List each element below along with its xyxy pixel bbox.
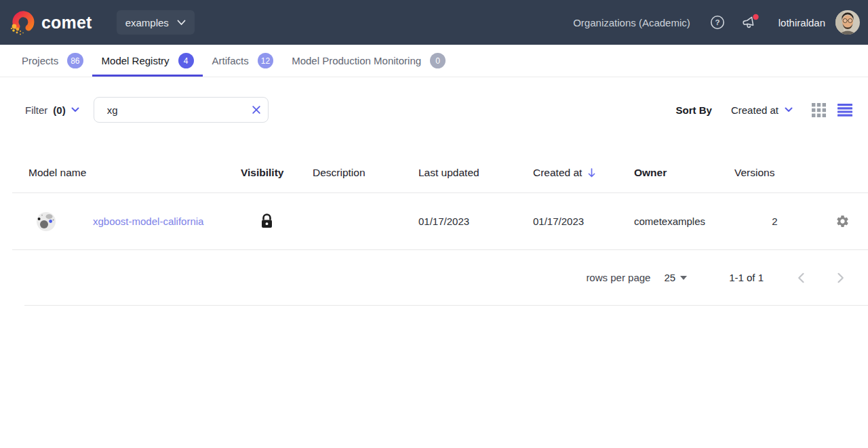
tab-count-badge: 0 bbox=[430, 53, 446, 68]
workspace-selector[interactable]: examples bbox=[117, 10, 195, 35]
model-name-cell: xgboost-model-california bbox=[12, 211, 241, 232]
sort-controls: Sort By Created at bbox=[676, 103, 852, 117]
models-table: Model name Visibility Description Last u… bbox=[12, 152, 868, 306]
filter-dropdown[interactable]: Filter (0) bbox=[25, 104, 79, 116]
workspace-name: examples bbox=[125, 17, 169, 28]
tab-model-registry[interactable]: Model Registry 4 bbox=[102, 45, 194, 77]
sort-field-value: Created at bbox=[731, 104, 778, 116]
rows-per-page-select[interactable]: 25 bbox=[664, 272, 687, 283]
chevron-down-icon bbox=[177, 20, 186, 26]
col-header-last-updated[interactable]: Last updated bbox=[418, 167, 533, 179]
sort-desc-arrow-icon bbox=[587, 167, 596, 178]
col-header-model-name[interactable]: Model name bbox=[12, 167, 241, 179]
tab-count-badge: 86 bbox=[67, 53, 83, 68]
rows-per-page-label: rows per page bbox=[586, 272, 650, 283]
tab-label: Artifacts bbox=[212, 55, 249, 66]
rows-per-page-value: 25 bbox=[664, 272, 675, 283]
chevron-down-icon bbox=[71, 107, 79, 113]
col-header-owner[interactable]: Owner bbox=[634, 167, 734, 179]
actions-cell bbox=[807, 214, 868, 228]
table-row[interactable]: xgboost-model-california 01/17/2023 01/1… bbox=[12, 193, 868, 250]
sort-field-dropdown[interactable]: Created at bbox=[731, 104, 793, 116]
comet-logo-icon bbox=[9, 8, 37, 37]
row-settings-gear-icon[interactable] bbox=[835, 214, 850, 228]
visibility-cell bbox=[241, 213, 313, 230]
model-name-link[interactable]: xgboost-model-california bbox=[93, 216, 203, 227]
search-input[interactable] bbox=[94, 97, 269, 123]
col-header-description[interactable]: Description bbox=[313, 167, 418, 179]
tab-artifacts[interactable]: Artifacts 12 bbox=[212, 45, 274, 77]
chevron-down-icon bbox=[785, 107, 793, 113]
username[interactable]: lothiraldan bbox=[778, 17, 825, 28]
model-avatar-icon bbox=[36, 211, 56, 232]
lock-private-icon bbox=[259, 213, 275, 230]
registry-toolbar: Filter (0) Sort By Created at bbox=[0, 97, 868, 123]
svg-text:?: ? bbox=[715, 18, 719, 26]
header-right: Organizations (Academic) ? lothiraldan bbox=[573, 10, 860, 35]
last-updated-cell: 01/17/2023 bbox=[418, 216, 533, 227]
search-box bbox=[94, 97, 269, 123]
filter-label: Filter bbox=[25, 104, 47, 116]
col-header-versions[interactable]: Versions bbox=[734, 167, 807, 179]
list-view-icon[interactable] bbox=[837, 104, 852, 117]
user-avatar[interactable] bbox=[835, 10, 860, 35]
created-at-cell: 01/17/2023 bbox=[533, 216, 634, 227]
col-header-created-at-label: Created at bbox=[533, 167, 582, 179]
col-header-created-at[interactable]: Created at bbox=[533, 167, 634, 179]
filter-count: (0) bbox=[53, 104, 65, 116]
owner-cell: cometexamples bbox=[634, 216, 734, 227]
table-header-row: Model name Visibility Description Last u… bbox=[12, 152, 868, 193]
app-header: comet examples Organizations (Academic) … bbox=[0, 0, 868, 45]
tab-count-badge: 4 bbox=[178, 53, 194, 68]
tab-label: Model Production Monitoring bbox=[292, 55, 421, 66]
tab-projects[interactable]: Projects 86 bbox=[22, 45, 83, 77]
tab-label: Model Registry bbox=[102, 55, 170, 66]
tab-model-production-monitoring[interactable]: Model Production Monitoring 0 bbox=[292, 45, 446, 77]
next-page-icon[interactable] bbox=[833, 271, 847, 285]
pagination-range: 1-1 of 1 bbox=[729, 272, 764, 283]
organizations-link[interactable]: Organizations (Academic) bbox=[573, 17, 690, 28]
sort-by-label: Sort By bbox=[676, 104, 712, 116]
table-pagination: rows per page 25 1-1 of 1 bbox=[24, 250, 868, 306]
previous-page-icon[interactable] bbox=[795, 271, 808, 285]
comet-logo[interactable]: comet bbox=[9, 8, 92, 37]
help-icon[interactable]: ? bbox=[709, 14, 726, 30]
tab-label: Projects bbox=[22, 55, 58, 66]
versions-cell: 2 bbox=[751, 216, 799, 227]
clear-search-icon[interactable] bbox=[252, 105, 261, 115]
dropdown-arrow-icon bbox=[680, 276, 687, 280]
main-tabbar: Projects 86 Model Registry 4 Artifacts 1… bbox=[0, 45, 868, 77]
user-avatar-image bbox=[835, 10, 860, 35]
tab-count-badge: 12 bbox=[258, 53, 273, 68]
grid-view-icon[interactable] bbox=[812, 103, 826, 117]
announcements-icon[interactable] bbox=[741, 14, 760, 31]
logo-wordmark: comet bbox=[41, 13, 92, 33]
col-header-visibility[interactable]: Visibility bbox=[241, 167, 313, 179]
